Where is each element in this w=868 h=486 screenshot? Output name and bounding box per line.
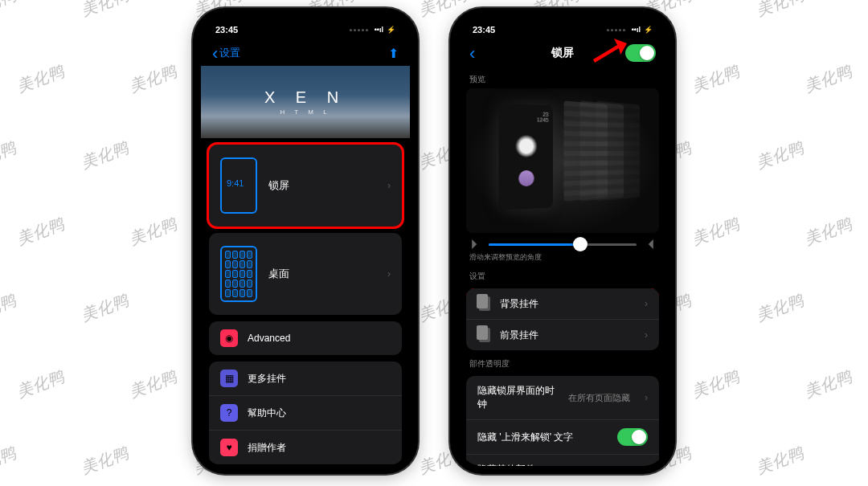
layer-icon (479, 328, 490, 342)
chevron-icon (387, 268, 391, 280)
master-toggle[interactable] (625, 44, 656, 62)
homescreen-card[interactable]: 桌面 (209, 233, 402, 315)
background-widget-row[interactable]: 背景挂件 (466, 288, 659, 320)
status-signal-icon: ••ıl (375, 26, 383, 34)
heart-icon: ♥ (220, 439, 238, 456)
back-button[interactable] (469, 49, 475, 58)
hide-slide-row[interactable]: 隐藏 '上滑来解锁' 文字 (466, 420, 659, 455)
chevron-icon (645, 329, 648, 341)
phone-left: 23:45 ••ıl ⚡ 设置 ⬆ X E N H T M L (193, 8, 418, 474)
nav-bar-2: 锁屏 (458, 40, 667, 66)
settings-header: 设置 (469, 271, 656, 282)
hero-title: X E N (264, 88, 346, 107)
callout-arrow (592, 35, 627, 67)
content-1: X E N H T M L 9:41 锁屏 (201, 66, 410, 466)
angle-slider-row (458, 233, 667, 251)
angle-slider[interactable] (489, 243, 637, 246)
slider-caption: 滑动来调整预览的角度 (469, 252, 656, 263)
status-time: 23:45 (473, 25, 495, 35)
slider-max-icon (645, 239, 653, 249)
hero-subtitle: H T M L (280, 108, 330, 116)
notch (253, 8, 358, 27)
chevron-icon (645, 298, 648, 309)
lockscreen-preview-icon: 9:41 (220, 157, 257, 214)
content-2: 预览 231245 (458, 66, 667, 466)
widget-layers-group: 背景挂件 前景挂件 (466, 288, 659, 350)
preview-header: 预览 (469, 74, 656, 85)
lockscreen-label: 锁屏 (268, 178, 376, 193)
back-button[interactable]: 设置 (212, 46, 240, 60)
slider-thumb[interactable] (573, 237, 588, 251)
advanced-row[interactable]: ◉ Advanced (209, 321, 402, 355)
more-widgets-row[interactable]: ▦ 更多挂件 (209, 361, 402, 396)
slider-min-icon (472, 239, 480, 249)
status-wifi-icon: ⚡ (387, 26, 395, 34)
grid-icon: ▦ (220, 370, 238, 387)
share-button[interactable]: ⬆ (388, 46, 399, 61)
hero-banner: X E N H T M L (201, 66, 410, 138)
opacity-header: 部件透明度 (469, 358, 656, 370)
help-row[interactable]: ? 幫助中心 (209, 396, 402, 431)
donate-row[interactable]: ♥ 捐贈作者 (209, 431, 402, 464)
hide-other-row[interactable]: 隐藏其他部件 (466, 455, 659, 466)
chevron-icon (645, 392, 648, 403)
nav-title: 锁屏 (551, 46, 574, 60)
support-group: ▦ 更多挂件 ? 幫助中心 ♥ 捐贈作者 (209, 361, 402, 464)
homescreen-preview-icon (220, 246, 257, 302)
question-icon: ? (220, 404, 238, 422)
notch (510, 8, 615, 27)
hide-clock-row[interactable]: 隐藏锁屏界面的时钟 在所有页面隐藏 (466, 376, 659, 420)
screen-1: 23:45 ••ıl ⚡ 设置 ⬆ X E N H T M L (201, 16, 410, 466)
layer-preview: 231245 (466, 88, 659, 233)
foreground-widget-row[interactable]: 前景挂件 (466, 320, 659, 350)
advanced-icon: ◉ (220, 329, 238, 347)
lockscreen-card[interactable]: 9:41 锁屏 (209, 145, 402, 227)
preview-layers (563, 103, 643, 207)
homescreen-label: 桌面 (268, 267, 376, 281)
chevron-icon (387, 180, 391, 191)
advanced-group: ◉ Advanced (209, 321, 402, 355)
status-wifi-icon: ⚡ (644, 26, 653, 34)
device-row: 23:45 ••ıl ⚡ 设置 ⬆ X E N H T M L (193, 8, 675, 474)
hide-options-group: 隐藏锁屏界面的时钟 在所有页面隐藏 隐藏 '上滑来解锁' 文字 隐藏其他部件 (466, 376, 659, 466)
nav-bar-1: 设置 ⬆ (201, 40, 410, 66)
layer-icon (479, 296, 490, 311)
screen-2: 23:45 ••ıl ⚡ 锁屏 预览 (458, 16, 667, 466)
chevron-icon (645, 464, 648, 467)
phone-right: 23:45 ••ıl ⚡ 锁屏 预览 (450, 8, 675, 474)
status-signal-icon: ••ıl (632, 26, 641, 34)
hide-slide-toggle[interactable] (617, 428, 648, 446)
status-time: 23:45 (215, 25, 238, 35)
preview-device: 231245 (498, 103, 553, 210)
